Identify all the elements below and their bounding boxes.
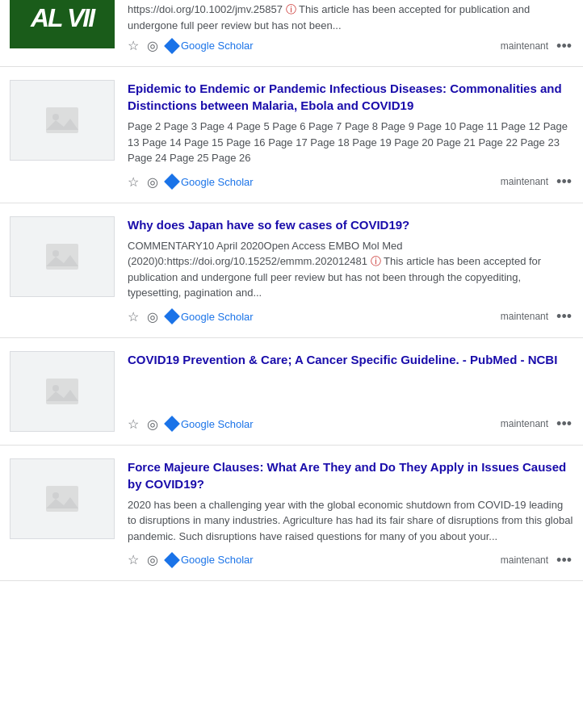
google-scholar-badge[interactable]: Google Scholar: [166, 40, 254, 52]
svg-point-5: [52, 385, 59, 391]
placeholder-image-icon: [43, 479, 82, 518]
star-icon[interactable]: ☆: [128, 416, 139, 432]
list-item: Force Majeure Clauses: What Are They and…: [0, 446, 583, 582]
article-meta: ☆ ◎ Google Scholar maintenant •••: [128, 309, 573, 324]
more-options-button[interactable]: •••: [555, 553, 573, 567]
article-meta: ☆ ◎ Google Scholar maintenant •••: [128, 416, 573, 432]
scholar-label: Google Scholar: [181, 554, 254, 566]
article-thumbnail: [10, 458, 115, 539]
article-content: Why does Japan have so few cases of COVI…: [128, 216, 573, 324]
article-thumbnail: [10, 216, 115, 297]
error-icon: ⓘ: [371, 253, 381, 270]
journal-cover-text: AL VII: [31, 0, 94, 33]
scholar-label: Google Scholar: [181, 40, 254, 52]
article-title[interactable]: Epidemic to Endemic or Pandemic Infectio…: [128, 80, 573, 114]
meta-right: maintenant •••: [501, 39, 573, 53]
article-content: https://doi.org/10.1002/jmv.25857 ⓘ This…: [128, 0, 573, 53]
more-options-button[interactable]: •••: [555, 309, 573, 324]
article-content: Epidemic to Endemic or Pandemic Infectio…: [128, 80, 573, 190]
article-snippet: COMMENTARY10 April 2020Open Access EMBO …: [128, 238, 573, 301]
article-snippet: https://doi.org/10.1002/jmv.25857 ⓘ This…: [128, 2, 573, 33]
more-options-button[interactable]: •••: [555, 39, 573, 53]
meta-right: maintenant •••: [501, 174, 573, 189]
article-thumbnail: [10, 80, 115, 161]
timestamp: maintenant: [501, 554, 548, 566]
timestamp: maintenant: [501, 418, 548, 429]
circle-icon[interactable]: ◎: [147, 309, 158, 324]
article-list: AL VII https://doi.org/10.1002/jmv.25857…: [0, 0, 583, 581]
article-snippet: Page 2 Page 3 Page 4 Page 5 Page 6 Page …: [128, 119, 573, 166]
scholar-diamond-icon: [164, 38, 180, 54]
svg-point-7: [52, 492, 59, 499]
article-content: COVID19 Prevention & Care; A Cancer Spec…: [128, 351, 573, 432]
more-options-button[interactable]: •••: [555, 174, 573, 189]
article-title[interactable]: Force Majeure Clauses: What Are They and…: [128, 458, 573, 492]
google-scholar-badge[interactable]: Google Scholar: [166, 311, 254, 323]
article-snippet: 2020 has been a challenging year with th…: [128, 497, 573, 545]
timestamp: maintenant: [501, 176, 548, 187]
timestamp: maintenant: [501, 311, 548, 322]
meta-right: maintenant •••: [501, 309, 573, 324]
placeholder-image-icon: [43, 101, 82, 140]
timestamp: maintenant: [501, 40, 548, 52]
google-scholar-badge[interactable]: Google Scholar: [166, 176, 254, 188]
star-icon[interactable]: ☆: [128, 552, 139, 567]
article-meta: ☆ ◎ Google Scholar maintenant •••: [128, 174, 573, 190]
google-scholar-badge[interactable]: Google Scholar: [166, 418, 254, 430]
star-icon[interactable]: ☆: [128, 38, 139, 53]
scholar-label: Google Scholar: [181, 176, 254, 188]
article-thumbnail: [10, 351, 115, 432]
article-content: Force Majeure Clauses: What Are They and…: [128, 458, 573, 568]
scholar-diamond-icon: [164, 552, 180, 568]
placeholder-image-icon: [43, 372, 82, 411]
circle-icon[interactable]: ◎: [147, 38, 158, 53]
article-meta: ☆ ◎ Google Scholar maintenant •••: [128, 552, 573, 567]
placeholder-image-icon: [43, 237, 82, 276]
more-options-button[interactable]: •••: [555, 416, 573, 431]
google-scholar-badge[interactable]: Google Scholar: [166, 554, 254, 566]
star-icon[interactable]: ☆: [128, 174, 139, 190]
scholar-diamond-icon: [164, 416, 180, 432]
scholar-diamond-icon: [164, 308, 180, 324]
list-item: Epidemic to Endemic or Pandemic Infectio…: [0, 67, 583, 203]
star-icon[interactable]: ☆: [128, 309, 139, 324]
svg-point-1: [52, 114, 59, 120]
article-title[interactable]: COVID19 Prevention & Care; A Cancer Spec…: [128, 351, 573, 368]
article-thumbnail: AL VII: [10, 0, 115, 48]
scholar-label: Google Scholar: [181, 311, 254, 323]
svg-point-3: [52, 250, 59, 257]
meta-right: maintenant •••: [501, 553, 573, 567]
scholar-diamond-icon: [164, 174, 180, 190]
article-meta: ☆ ◎ Google Scholar maintenant •••: [128, 38, 573, 53]
list-item: Why does Japan have so few cases of COVI…: [0, 203, 583, 338]
list-item: AL VII https://doi.org/10.1002/jmv.25857…: [0, 0, 583, 67]
error-icon: ⓘ: [286, 2, 296, 18]
circle-icon[interactable]: ◎: [147, 552, 158, 567]
meta-right: maintenant •••: [501, 416, 573, 431]
scholar-label: Google Scholar: [181, 418, 254, 430]
circle-icon[interactable]: ◎: [147, 416, 158, 432]
list-item: COVID19 Prevention & Care; A Cancer Spec…: [0, 338, 583, 446]
article-title[interactable]: Why does Japan have so few cases of COVI…: [128, 216, 573, 233]
circle-icon[interactable]: ◎: [147, 174, 158, 190]
